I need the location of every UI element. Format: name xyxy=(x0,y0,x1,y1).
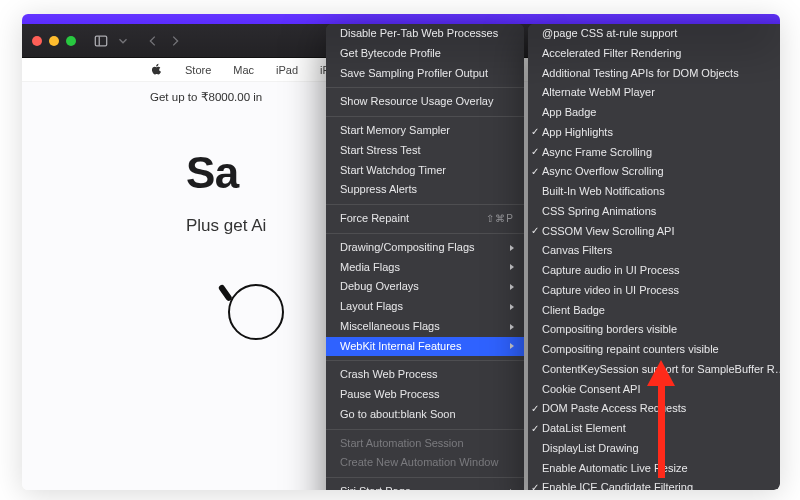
menu-item-label: Canvas Filters xyxy=(542,244,780,258)
zoom-window-button[interactable] xyxy=(66,36,76,46)
nav-item[interactable]: Mac xyxy=(233,64,254,76)
menu-item-label: Enable Automatic Live Resize xyxy=(542,462,780,476)
menu-item-label: Additional Testing APIs for DOM Objects xyxy=(542,67,780,81)
feature-toggle-item[interactable]: @page CSS at-rule support xyxy=(528,24,780,44)
close-window-button[interactable] xyxy=(32,36,42,46)
debug-menu-item[interactable]: Start Memory Sampler xyxy=(326,121,524,141)
debug-menu-item[interactable]: WebKit Internal Features xyxy=(326,337,524,357)
minimize-window-button[interactable] xyxy=(49,36,59,46)
menu-item-label: Start Automation Session xyxy=(340,437,514,451)
menu-item-label: Async Frame Scrolling xyxy=(542,146,780,160)
debug-menu-item[interactable]: Crash Web Process xyxy=(326,365,524,385)
feature-toggle-item[interactable]: Accelerated Filter Rendering xyxy=(528,44,780,64)
feature-toggle-item[interactable]: Enable Automatic Live Resize xyxy=(528,459,780,479)
nav-item[interactable]: iPad xyxy=(276,64,298,76)
debug-menu-item[interactable]: Layout Flags xyxy=(326,297,524,317)
feature-toggle-item[interactable]: DisplayList Drawing xyxy=(528,439,780,459)
menu-separator xyxy=(326,360,524,361)
feature-toggle-item[interactable]: Async Frame Scrolling xyxy=(528,143,780,163)
menu-item-label: Pause Web Process xyxy=(340,388,514,402)
feature-toggle-item[interactable]: Capture video in UI Process xyxy=(528,281,780,301)
menu-separator xyxy=(326,477,524,478)
menu-item-shortcut: ⇧⌘P xyxy=(486,213,514,226)
debug-menu-item[interactable]: Debug Overlays xyxy=(326,277,524,297)
menu-item-label: Start Memory Sampler xyxy=(340,124,514,138)
menu-item-label: WebKit Internal Features xyxy=(340,340,504,354)
debug-menu-item[interactable]: Media Flags xyxy=(326,258,524,278)
feature-toggle-item[interactable]: DataList Element xyxy=(528,419,780,439)
feature-toggle-item[interactable]: Canvas Filters xyxy=(528,241,780,261)
debug-menu-item[interactable]: Go to about:blank Soon xyxy=(326,405,524,425)
debug-menu-item[interactable]: Siri Start Page xyxy=(326,482,524,490)
debug-menu-item[interactable]: Get Bytecode Profile xyxy=(326,44,524,64)
feature-toggle-item[interactable]: App Highlights xyxy=(528,123,780,143)
feature-toggle-item[interactable]: Compositing borders visible xyxy=(528,320,780,340)
webkit-internal-features-submenu[interactable]: @page CSS at-rule supportAccelerated Fil… xyxy=(528,24,780,490)
feature-toggle-item[interactable]: Compositing repaint counters visible xyxy=(528,340,780,360)
menu-item-label: Save Sampling Profiler Output xyxy=(340,67,514,81)
menu-item-label: Client Badge xyxy=(542,304,780,318)
debug-menu[interactable]: Disable Per-Tab Web ProcessesGet Bytecod… xyxy=(326,24,524,490)
debug-menu-item[interactable]: Suppress Alerts xyxy=(326,180,524,200)
menu-item-label: Capture video in UI Process xyxy=(542,284,780,298)
menu-item-label: Crash Web Process xyxy=(340,368,514,382)
debug-menu-item[interactable]: Miscellaneous Flags xyxy=(326,317,524,337)
nav-back-button[interactable] xyxy=(142,31,164,51)
menu-item-label: Layout Flags xyxy=(340,300,504,314)
debug-menu-item[interactable]: Disable Per-Tab Web Processes xyxy=(326,24,524,44)
feature-toggle-item[interactable]: Capture audio in UI Process xyxy=(528,261,780,281)
menu-separator xyxy=(326,87,524,88)
menu-item-label: Siri Start Page xyxy=(340,485,504,490)
feature-toggle-item[interactable]: Client Badge xyxy=(528,301,780,321)
feature-toggle-item[interactable]: Enable ICE Candidate Filtering xyxy=(528,478,780,490)
menu-item-label: Get Bytecode Profile xyxy=(340,47,514,61)
menu-item-label: Cookie Consent API xyxy=(542,383,780,397)
toolbar-chevron-down-icon[interactable] xyxy=(112,31,134,51)
feature-toggle-item[interactable]: Additional Testing APIs for DOM Objects xyxy=(528,64,780,84)
menu-item-label: Disable Per-Tab Web Processes xyxy=(340,27,514,41)
debug-menu-item[interactable]: Show Resource Usage Overlay xyxy=(326,92,524,112)
feature-toggle-item[interactable]: DOM Paste Access Requests xyxy=(528,399,780,419)
feature-toggle-item[interactable]: Built-In Web Notifications xyxy=(528,182,780,202)
menu-item-label: CSS Spring Animations xyxy=(542,205,780,219)
feature-toggle-item[interactable]: ContentKeySession support for SampleBuff… xyxy=(528,360,780,380)
svg-rect-0 xyxy=(95,36,106,46)
debug-menu-item[interactable]: Force Repaint⇧⌘P xyxy=(326,209,524,229)
menu-item-label: Create New Automation Window xyxy=(340,456,514,470)
feature-toggle-item[interactable]: CSSOM View Scrolling API xyxy=(528,222,780,242)
menu-item-label: Accelerated Filter Rendering xyxy=(542,47,780,61)
feature-toggle-item[interactable]: Alternate WebM Player xyxy=(528,83,780,103)
debug-menu-item[interactable]: Start Watchdog Timer xyxy=(326,161,524,181)
menu-separator xyxy=(326,204,524,205)
menu-item-label: Async Overflow Scrolling xyxy=(542,165,780,179)
debug-menu-item[interactable]: Save Sampling Profiler Output xyxy=(326,64,524,84)
sidebar-toggle-button[interactable] xyxy=(90,31,112,51)
debug-menu-item: Start Automation Session xyxy=(326,434,524,454)
menu-item-label: Start Watchdog Timer xyxy=(340,164,514,178)
menu-item-label: App Highlights xyxy=(542,126,780,140)
menu-item-label: DOM Paste Access Requests xyxy=(542,402,780,416)
feature-toggle-item[interactable]: App Badge xyxy=(528,103,780,123)
menu-item-label: Suppress Alerts xyxy=(340,183,514,197)
nav-item[interactable]: Store xyxy=(185,64,211,76)
menu-item-label: ContentKeySession support for SampleBuff… xyxy=(542,363,780,377)
feature-toggle-item[interactable]: Cookie Consent API xyxy=(528,380,780,400)
menu-separator xyxy=(326,233,524,234)
debug-menu-item[interactable]: Drawing/Compositing Flags xyxy=(326,238,524,258)
menu-item-label: Enable ICE Candidate Filtering xyxy=(542,481,780,490)
nav-forward-button[interactable] xyxy=(164,31,186,51)
menu-item-label: Show Resource Usage Overlay xyxy=(340,95,514,109)
debug-menu-item[interactable]: Start Stress Test xyxy=(326,141,524,161)
menu-item-label: Capture audio in UI Process xyxy=(542,264,780,278)
feature-toggle-item[interactable]: Async Overflow Scrolling xyxy=(528,162,780,182)
menu-item-label: Built-In Web Notifications xyxy=(542,185,780,199)
debug-menu-item: Create New Automation Window xyxy=(326,453,524,473)
menu-item-label: Force Repaint xyxy=(340,212,478,226)
menu-separator xyxy=(326,116,524,117)
apple-logo-icon[interactable] xyxy=(150,63,163,76)
menu-item-label: Go to about:blank Soon xyxy=(340,408,514,422)
feature-toggle-item[interactable]: CSS Spring Animations xyxy=(528,202,780,222)
menu-item-label: DataList Element xyxy=(542,422,780,436)
debug-menu-item[interactable]: Pause Web Process xyxy=(326,385,524,405)
menu-item-label: DisplayList Drawing xyxy=(542,442,780,456)
